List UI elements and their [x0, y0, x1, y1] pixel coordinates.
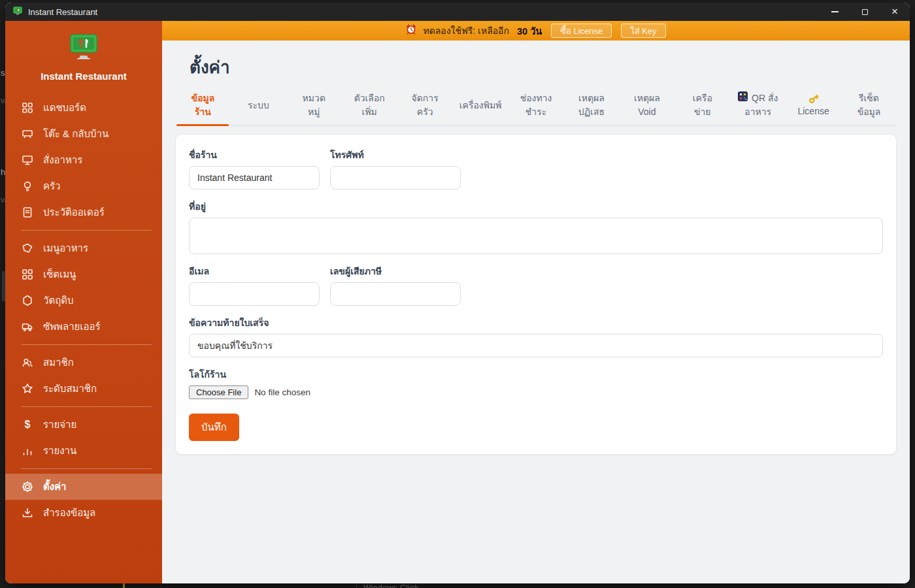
taskbar-clipped-text: Windows Click	[363, 583, 419, 588]
trial-text: ทดลองใช้ฟรี: เหลืออีก	[423, 24, 509, 38]
receipt-footer-input[interactable]	[189, 334, 883, 357]
supplier-icon	[21, 320, 34, 333]
sidebar-item-order[interactable]: สั่งอาหาร	[5, 147, 162, 173]
sidebar-item-dashboard[interactable]: แดชบอร์ด	[5, 95, 162, 121]
sidebar-item-set-menu[interactable]: เซ็ตเมนู	[5, 261, 162, 287]
sidebar-divider	[21, 406, 152, 407]
tab-label-line: License	[797, 105, 829, 118]
sidebar-item-label: รายงาน	[43, 443, 76, 459]
tab-reset-data[interactable]: รีเซ็ตข้อมูล	[841, 88, 897, 125]
tab-printers[interactable]: เครื่องพิมพ์	[453, 88, 508, 125]
settings-icon	[21, 480, 34, 493]
tab-reject-reasons[interactable]: เหตุผลปฏิเสธ	[563, 88, 619, 125]
tab-label-line: ชำระ	[525, 105, 546, 119]
sidebar-item-label: สั่งอาหาร	[43, 152, 82, 168]
sidebar-item-label: รายจ่าย	[43, 417, 76, 433]
email-input[interactable]	[189, 282, 320, 306]
qr-code-icon	[738, 91, 748, 105]
report-icon	[21, 444, 34, 457]
address-label: ที่อยู่	[189, 199, 883, 214]
sidebar-divider	[21, 468, 152, 469]
green-restaurant-monitor-icon	[13, 6, 22, 18]
sidebar-item-expenses[interactable]: $รายจ่าย	[5, 412, 162, 438]
settings-tabs: ข้อมูลร้านระบบหมวดหมู่ตัวเลือกเพิ่มจัดกา…	[175, 88, 897, 126]
phone-input[interactable]	[330, 166, 461, 189]
dashboard-icon	[21, 101, 34, 114]
tab-payment-channels[interactable]: ช่องทางชำระ	[508, 88, 564, 125]
sidebar-item-label: โต๊ะ & กลับบ้าน	[43, 126, 108, 142]
sidebar-nav: แดชบอร์ดโต๊ะ & กลับบ้านสั่งอาหารครัวประว…	[5, 91, 162, 583]
sidebar-item-suppliers[interactable]: ซัพพลายเออร์	[5, 314, 162, 340]
trial-banner: ทดลองใช้ฟรี: เหลืออีก 30 วัน ซื้อ Licens…	[162, 21, 910, 41]
close-icon: ×	[891, 6, 898, 18]
main-area: ทดลองใช้ฟรี: เหลืออีก 30 วัน ซื้อ Licens…	[162, 21, 910, 583]
logo-label: โลโก้ร้าน	[189, 367, 883, 382]
email-label: อีเมล	[189, 264, 320, 278]
members-icon	[21, 356, 34, 369]
sidebar-item-label: สำรองข้อมูล	[43, 505, 95, 521]
buy-license-button[interactable]: ซื้อ License	[551, 24, 612, 38]
sidebar-item-settings[interactable]: ตั้งค่า	[5, 474, 162, 500]
sidebar-item-label: ครัว	[43, 178, 61, 194]
sidebar-item-backup[interactable]: สำรองข้อมูล	[5, 500, 162, 526]
history-icon	[21, 206, 34, 219]
minimize-icon	[831, 11, 839, 12]
tab-categories[interactable]: หมวดหมู่	[286, 88, 342, 125]
tax-id-input[interactable]	[330, 282, 461, 306]
tab-shop-info[interactable]: ข้อมูลร้าน	[175, 88, 231, 125]
close-button[interactable]: ×	[880, 3, 910, 21]
tab-label-line: ร้าน	[195, 105, 211, 119]
svg-text:$: $	[25, 419, 31, 430]
choose-file-button[interactable]: Choose File	[189, 385, 248, 399]
sidebar-item-member-level[interactable]: ระดับสมาชิก	[5, 376, 162, 402]
phone-label: โทรศัพท์	[330, 148, 461, 162]
sidebar-item-label: แดชบอร์ด	[43, 100, 86, 116]
tab-label-line: ปฏิเสธ	[578, 105, 605, 119]
tab-qr-order[interactable]: QR สั่งอาหาร	[730, 88, 786, 125]
sidebar-item-label: ซัพพลายเออร์	[43, 319, 101, 335]
titlebar: Instant Restaurant ×	[5, 3, 910, 21]
menu-tag-icon	[21, 242, 34, 255]
tab-extra-options[interactable]: ตัวเลือกเพิ่ม	[342, 88, 397, 125]
enter-key-button[interactable]: ใส่ Key	[621, 24, 665, 38]
settings-content: ตั้งค่า ข้อมูลร้านระบบหมวดหมู่ตัวเลือกเพ…	[162, 41, 910, 583]
taskbar-accent-tick	[123, 583, 125, 588]
member-level-icon	[21, 382, 34, 395]
tab-license[interactable]: License	[786, 88, 841, 125]
tab-label-line: ระบบ	[248, 99, 269, 112]
sidebar-item-label: ระดับสมาชิก	[43, 381, 97, 397]
tab-label-line: จัดการ	[412, 91, 439, 105]
sidebar-item-food-menu[interactable]: เมนูอาหาร	[5, 235, 162, 261]
sidebar-item-order-history[interactable]: ประวัติออเดอร์	[5, 199, 162, 225]
sidebar-item-reports[interactable]: รายงาน	[5, 438, 162, 464]
tab-void-reasons[interactable]: เหตุผลVoid	[619, 88, 674, 125]
tab-label-line: เหตุผล	[634, 91, 660, 105]
tab-label-line: ช่องทาง	[520, 91, 552, 105]
receipt-footer-label: ข้อความท้ายใบเสร็จ	[189, 316, 883, 330]
shop-name-input[interactable]	[189, 166, 320, 189]
tab-label-line: หมวด	[303, 91, 325, 105]
tab-label-line: เหตุผล	[578, 91, 605, 105]
maximize-icon	[862, 9, 868, 15]
taskbar-divider	[356, 583, 357, 588]
maximize-button[interactable]	[850, 3, 880, 21]
tables-icon	[21, 127, 34, 140]
tab-label-line: อาหาร	[744, 105, 771, 119]
tab-system[interactable]: ระบบ	[231, 88, 286, 125]
tab-network[interactable]: เครือข่าย	[674, 88, 730, 125]
sidebar-divider	[21, 230, 152, 231]
sidebar-item-tables[interactable]: โต๊ะ & กลับบ้าน	[5, 121, 162, 147]
expense-icon: $	[21, 418, 34, 431]
page-title: ตั้งค่า	[190, 54, 897, 80]
green-restaurant-monitor-icon	[69, 51, 98, 62]
minimize-button[interactable]	[820, 3, 850, 21]
sidebar-item-kitchen[interactable]: ครัว	[5, 173, 162, 199]
tab-kitchen-manage[interactable]: จัดการครัว	[397, 88, 453, 125]
sidebar-item-members[interactable]: สมาชิก	[5, 350, 162, 376]
brand-name: Instant Restaurant	[5, 71, 162, 82]
address-textarea[interactable]	[189, 218, 883, 254]
no-file-chosen-text: No file chosen	[254, 387, 310, 397]
kitchen-icon	[21, 180, 34, 193]
save-button[interactable]: บันทึก	[189, 414, 239, 441]
sidebar-item-ingredients[interactable]: วัตถุดิบ	[5, 287, 162, 314]
